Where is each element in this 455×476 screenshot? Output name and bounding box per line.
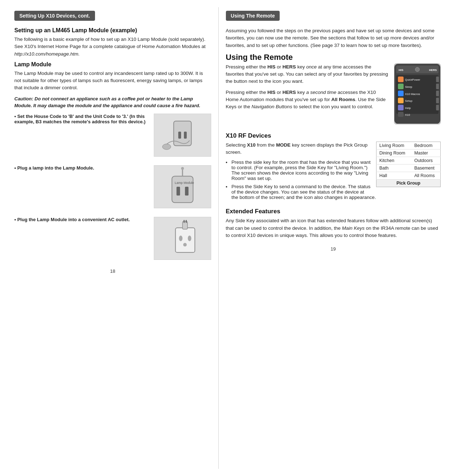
svg-rect-2 bbox=[178, 132, 181, 139]
extended-features-title: Extended Features bbox=[226, 208, 441, 215]
svg-rect-13 bbox=[175, 228, 195, 252]
lamp-module-sub: Lamp Module bbox=[14, 61, 211, 68]
pick-group-row1: Living RoomBedroom bbox=[376, 142, 440, 149]
bullet3-image bbox=[154, 217, 211, 260]
svg-rect-7 bbox=[176, 187, 180, 196]
remote-device-image: HIS HERS QuickPower Sleep X10 Macros Set… bbox=[394, 63, 441, 124]
x10rf-title: X10 RF Devices bbox=[226, 132, 441, 139]
svg-rect-28 bbox=[398, 84, 404, 89]
svg-point-4 bbox=[162, 144, 171, 149]
svg-point-10 bbox=[181, 167, 184, 170]
svg-text:Lamp Module: Lamp Module bbox=[175, 181, 194, 185]
extended-features-text: Any Side Key associated with an icon tha… bbox=[226, 217, 441, 239]
svg-rect-38 bbox=[436, 77, 439, 82]
lamp-module-intro: The following is a basic example of how … bbox=[14, 36, 211, 58]
bullet-item-3: • Plug the Lamp Module into a convenient… bbox=[14, 217, 211, 260]
bullet-item-2: • Plug a lamp into the Lamp Module. Lamp… bbox=[14, 165, 211, 208]
right-page-number: 19 bbox=[226, 246, 441, 252]
bullet-item-1: • Set the House Code to 'B' and the Unit… bbox=[14, 114, 211, 157]
caution-text: Caution: Do not connect an appliance suc… bbox=[14, 95, 211, 109]
right-intro: Assuming you followed the steps on the p… bbox=[226, 27, 441, 49]
svg-point-15 bbox=[188, 235, 191, 241]
svg-text:X10 Macros: X10 Macros bbox=[405, 92, 420, 96]
svg-point-23 bbox=[415, 67, 420, 72]
svg-rect-3 bbox=[184, 132, 186, 139]
x10rf-bullet1: Press the side key for the room that has… bbox=[226, 160, 441, 181]
svg-rect-30 bbox=[398, 91, 404, 96]
svg-rect-6 bbox=[172, 176, 193, 203]
svg-text:Help: Help bbox=[405, 106, 411, 110]
svg-rect-19 bbox=[185, 220, 186, 223]
svg-rect-18 bbox=[183, 220, 184, 223]
remote-image: HIS HERS QuickPower Sleep X10 Macros Set… bbox=[394, 63, 441, 124]
pick-group-row2: Dining RoomMaster bbox=[376, 149, 440, 157]
bullet1-image bbox=[154, 114, 211, 157]
x10rf-bullet2: Press the Side Key to send a command to … bbox=[226, 184, 441, 200]
svg-point-14 bbox=[179, 235, 183, 241]
svg-text:HIS: HIS bbox=[399, 68, 403, 72]
page-container: Setting Up X10 Devices, cont. Setting up… bbox=[0, 0, 455, 476]
left-column: Setting Up X10 Devices, cont. Setting up… bbox=[4, 7, 219, 469]
svg-rect-32 bbox=[398, 98, 404, 104]
left-section-header: Setting Up X10 Devices, cont. bbox=[14, 11, 95, 21]
svg-text:QuickPower: QuickPower bbox=[405, 78, 421, 81]
left-page-number: 18 bbox=[14, 268, 211, 274]
using-remote-title: Using the Remote bbox=[226, 53, 441, 62]
svg-rect-40 bbox=[436, 91, 439, 96]
right-column: Using The Remote Assuming you followed t… bbox=[219, 7, 451, 469]
svg-rect-26 bbox=[398, 77, 404, 82]
svg-text:Setup: Setup bbox=[405, 99, 413, 103]
svg-rect-42 bbox=[436, 105, 439, 110]
lamp-module-title: Setting up an LM465 Lamp Module (example… bbox=[14, 27, 211, 34]
svg-rect-8 bbox=[185, 187, 188, 196]
lamp-module-desc: The Lamp Module may be used to control a… bbox=[14, 70, 211, 92]
svg-rect-41 bbox=[436, 98, 439, 104]
svg-rect-36 bbox=[398, 112, 404, 117]
svg-rect-39 bbox=[436, 84, 439, 89]
right-section-header: Using The Remote bbox=[226, 11, 280, 21]
bullet2-image: Lamp Module bbox=[154, 165, 211, 208]
svg-rect-34 bbox=[398, 105, 404, 110]
svg-point-16 bbox=[183, 243, 186, 246]
x10rf-bullets: Press the side key for the room that has… bbox=[226, 160, 441, 200]
svg-text:X10: X10 bbox=[405, 113, 411, 116]
svg-text:Sleep: Sleep bbox=[405, 85, 413, 89]
svg-text:HERS: HERS bbox=[429, 68, 437, 72]
